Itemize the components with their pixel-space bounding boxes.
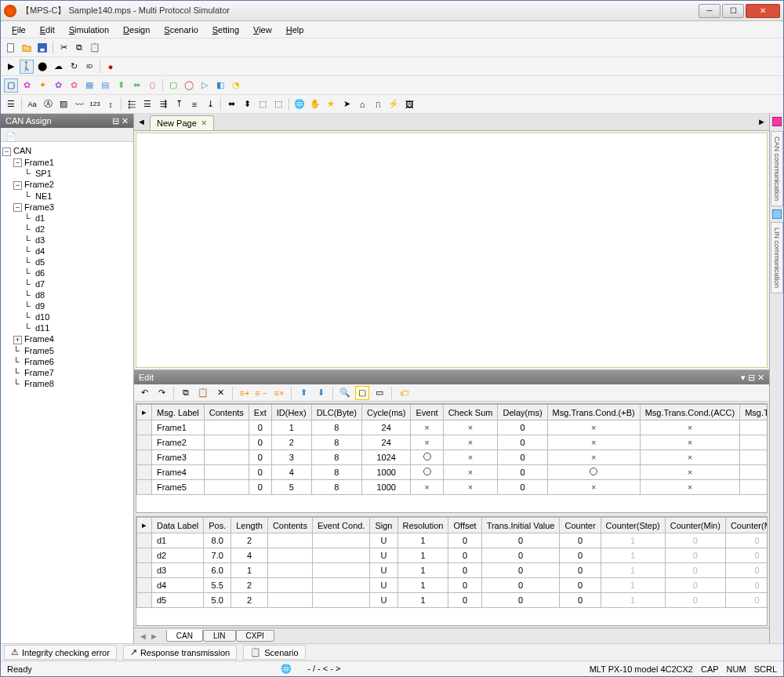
- row-add-icon[interactable]: ≡+: [238, 386, 252, 400]
- sidebar-pin-icon[interactable]: ⊟ ✕: [112, 116, 129, 126]
- col-header[interactable]: Counter(Step): [601, 518, 665, 533]
- data-table[interactable]: ▸Data LabelPos.LengthContentsEvent Cond.…: [136, 517, 768, 608]
- tree-leaf-d4[interactable]: └d4: [2, 246, 132, 257]
- tab-nav-left-icon[interactable]: ◄: [137, 117, 146, 126]
- tree-leaf-d3[interactable]: └d3: [2, 235, 132, 246]
- pointer-icon[interactable]: ➤: [339, 97, 354, 111]
- move-down-icon[interactable]: ⬇: [314, 386, 328, 400]
- fill-icon[interactable]: ▨: [56, 97, 71, 111]
- edit-panel-controls[interactable]: ▾ ⊟ ✕: [741, 373, 764, 383]
- id-icon[interactable]: ID: [82, 60, 96, 74]
- col-header[interactable]: Event: [411, 405, 443, 420]
- cloud-icon[interactable]: ☁: [51, 60, 65, 74]
- select-icon[interactable]: ▢: [4, 78, 18, 93]
- col-header[interactable]: Contents: [267, 518, 312, 533]
- copy-icon[interactable]: ⧉: [72, 41, 86, 55]
- tree-leaf-d1[interactable]: └d1: [2, 213, 132, 224]
- col-header[interactable]: Event Cond.: [312, 518, 370, 533]
- tree-expand-icon[interactable]: +: [13, 336, 22, 344]
- widget-panel2-icon[interactable]: ▤: [98, 78, 112, 93]
- table-row[interactable]: Frame30381024×0××: [137, 450, 768, 465]
- star-icon[interactable]: ★: [324, 97, 338, 111]
- align-l-icon[interactable]: ⬱: [125, 97, 139, 111]
- col-header[interactable]: Contents: [204, 405, 249, 420]
- col-header[interactable]: Data Label: [152, 518, 204, 533]
- protocol-tab-lin[interactable]: LIN: [203, 630, 236, 642]
- col-header[interactable]: ID(Hex): [271, 405, 311, 420]
- globe-icon[interactable]: 🌐: [292, 97, 307, 111]
- tree-root[interactable]: −CAN: [2, 145, 132, 157]
- note-icon[interactable]: ▭: [372, 386, 387, 400]
- align-b-icon[interactable]: ⤓: [203, 97, 217, 111]
- tree-leaf-d2[interactable]: └d2: [2, 224, 132, 235]
- frame-table-wrap[interactable]: ▸Msg. LabelContentsExtID(Hex)DLC(Byte)Cy…: [136, 403, 768, 513]
- widget-gear-icon[interactable]: ✿: [51, 78, 65, 93]
- widget-lamp-icon[interactable]: ✦: [35, 78, 49, 93]
- shape-circ-icon[interactable]: ◯: [182, 78, 196, 93]
- menu-edit[interactable]: Edit: [34, 24, 61, 36]
- dist-v-icon[interactable]: ⬍: [240, 97, 254, 111]
- status-tab-1[interactable]: ↗Response transmission: [123, 645, 237, 660]
- data-table-wrap[interactable]: ▸Data LabelPos.LengthContentsEvent Cond.…: [136, 516, 768, 626]
- menu-file[interactable]: File: [5, 24, 32, 36]
- tab-nav-right-icon[interactable]: ►: [757, 117, 766, 126]
- tree-node-frame8[interactable]: └Frame8: [2, 378, 132, 389]
- widget-pink-icon[interactable]: ✿: [67, 78, 81, 93]
- protocol-tab-cxpi[interactable]: CXPI: [236, 630, 274, 642]
- menu-view[interactable]: View: [247, 24, 278, 36]
- row-header[interactable]: ▸: [137, 518, 152, 533]
- highlight-icon[interactable]: ▢: [355, 386, 369, 400]
- minimize-button[interactable]: ─: [699, 4, 720, 18]
- col-header[interactable]: Msg.Trans.Cond.(ACC): [640, 405, 740, 420]
- design-canvas[interactable]: [136, 133, 768, 368]
- text-aa-icon[interactable]: Aa: [25, 97, 39, 111]
- widget-link-icon[interactable]: ⬯: [145, 78, 159, 93]
- shape-ctrl-icon[interactable]: ◧: [213, 78, 227, 93]
- open-file-icon[interactable]: [20, 41, 34, 55]
- col-header[interactable]: Length: [231, 518, 268, 533]
- table-row[interactable]: d45.52U1000100: [137, 578, 768, 593]
- hand-icon[interactable]: ✋: [308, 97, 322, 111]
- tree-leaf-d10[interactable]: └d10: [2, 311, 132, 322]
- table-row[interactable]: Frame202824××0××: [137, 435, 768, 450]
- bolt-icon[interactable]: ⚡: [387, 97, 401, 111]
- widget-seven-icon[interactable]: ⬌: [129, 78, 143, 93]
- line-icon[interactable]: 〰: [72, 97, 86, 111]
- right-tab-0[interactable]: CAN communication: [771, 131, 783, 206]
- tree-leaf-d11[interactable]: └d11: [2, 322, 132, 333]
- ungroup-icon[interactable]: ⬚: [271, 97, 285, 111]
- tree-view[interactable]: −CAN−Frame1└SP1−Frame2└NE1−Frame3└d1└d2└…: [1, 142, 133, 643]
- tab-nav-icon[interactable]: ◄ ►: [139, 632, 158, 641]
- refresh-icon[interactable]: ↻: [67, 60, 81, 74]
- row-ins-icon[interactable]: ≡→: [255, 386, 269, 400]
- tree-node-frame7[interactable]: └Frame7: [2, 367, 132, 378]
- edit-paste-icon[interactable]: 📋: [196, 386, 210, 400]
- align-t-icon[interactable]: ⤒: [172, 97, 186, 111]
- table-row[interactable]: Frame101824××0××: [137, 420, 768, 435]
- new-file-icon[interactable]: [4, 41, 18, 55]
- text-style-icon[interactable]: Ⓐ: [41, 97, 55, 111]
- table-row[interactable]: d18.02U1000100: [137, 533, 768, 548]
- page-tab[interactable]: New Page ×: [150, 115, 214, 130]
- col-header[interactable]: Counter(Max): [725, 518, 768, 533]
- menu-help[interactable]: Help: [280, 24, 310, 36]
- tree-leaf-d9[interactable]: └d9: [2, 300, 132, 311]
- maximize-button[interactable]: ☐: [722, 4, 744, 18]
- walk-icon[interactable]: 🚶: [20, 60, 34, 74]
- menu-design[interactable]: Design: [117, 24, 156, 36]
- table-row[interactable]: d27.04U1000100: [137, 548, 768, 563]
- table-row[interactable]: Frame40481000×0×: [137, 465, 768, 480]
- col-header[interactable]: DLC(Byte): [311, 405, 361, 420]
- table-row[interactable]: d55.02U1000100: [137, 593, 768, 608]
- col-header[interactable]: Counter(Min): [665, 518, 725, 533]
- tab-close-icon[interactable]: ×: [201, 118, 207, 129]
- tree-leaf-d6[interactable]: └d6: [2, 268, 132, 278]
- col-header[interactable]: Pos.: [204, 518, 231, 533]
- stop-icon[interactable]: ●: [103, 60, 118, 74]
- row-del-icon[interactable]: ≡×: [272, 386, 286, 400]
- tag-icon[interactable]: 🏷: [397, 386, 411, 400]
- col-header[interactable]: Sign: [370, 518, 397, 533]
- arrow-icon[interactable]: ↕: [103, 97, 118, 111]
- col-header[interactable]: Resolution: [397, 518, 448, 533]
- tree-node-frame4[interactable]: +Frame4: [2, 333, 132, 345]
